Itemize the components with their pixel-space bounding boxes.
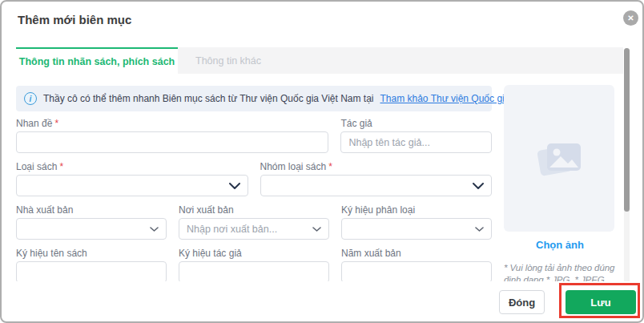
required-asterisk: * — [59, 161, 63, 172]
book-type-select[interactable] — [16, 175, 248, 196]
field-label: Tác giả — [340, 118, 492, 129]
publish-year-input[interactable] — [341, 261, 492, 283]
chevron-down-icon — [150, 227, 159, 232]
field-ky-hieu-phan-loai: Ký hiệu phân loại — [341, 204, 492, 240]
book-title-code-input[interactable] — [16, 261, 167, 283]
classification-code-select[interactable] — [341, 218, 492, 240]
required-asterisk: * — [54, 118, 58, 129]
info-icon: i — [24, 92, 37, 105]
field-nam-xuat-ban: Năm xuất bản — [341, 248, 492, 283]
field-label: Nhóm loại sách* — [260, 161, 493, 172]
title-input[interactable] — [16, 131, 328, 153]
field-ky-hieu-tac-gia: Ký hiệu tác giả — [179, 248, 329, 283]
publish-place-select[interactable]: Nhập nơi xuất bản... — [179, 218, 329, 240]
field-label: Nhà xuất bản — [16, 204, 167, 216]
label-text: Năm xuất bản — [341, 248, 401, 259]
label-text: Nhóm loại sách — [260, 161, 327, 172]
tab-other-info[interactable]: Thông tin khác — [178, 47, 623, 74]
field-label: Ký hiệu phân loại — [341, 204, 492, 216]
author-code-input[interactable] — [179, 261, 329, 283]
select-placeholder: Nhập nơi xuất bản... — [187, 224, 312, 235]
label-text: Ký hiệu tác giả — [179, 248, 242, 259]
image-placeholder-icon — [534, 137, 584, 180]
add-catalog-modal: Thêm mới biên mục ✕ Thông tin nhãn sách,… — [0, 0, 644, 323]
national-library-link[interactable]: Tham khảo Thư viện Quốc gia — [380, 93, 510, 104]
field-loai-sach: Loại sách* — [16, 161, 248, 196]
field-label: Nơi xuất bản — [179, 204, 329, 216]
field-noi-xuat-ban: Nơi xuất bản Nhập nơi xuất bản... — [179, 204, 329, 240]
chevron-down-icon — [473, 183, 484, 189]
info-banner: i Thầy cô có thể thêm nhanh Biên mục sác… — [16, 86, 492, 111]
form-row: Loại sách* Nhóm loại sách* — [16, 161, 492, 196]
cover-image-panel: Chọn ảnh * Vui lòng tải ảnh theo đúng đị… — [504, 85, 616, 286]
field-tac-gia: Tác giả — [340, 118, 492, 153]
book-type-group-select[interactable] — [260, 175, 493, 196]
field-label: Nhan đề* — [16, 118, 328, 129]
catalog-form: Nhan đề* Tác giả Loại sách* Nhó — [16, 118, 492, 291]
label-text: Loại sách — [16, 161, 57, 172]
label-text: Nhà xuất bản — [16, 204, 73, 216]
note-line-1: * Vui lòng tải ảnh theo đúng — [504, 262, 616, 274]
label-text: Nhan đề — [16, 118, 52, 129]
label-text: Ký hiệu phân loại — [341, 204, 415, 216]
field-ky-hieu-ten-sach: Ký hiệu tên sách — [16, 248, 167, 283]
field-nhom-loai-sach: Nhóm loại sách* — [260, 161, 493, 196]
publisher-select[interactable] — [16, 218, 167, 240]
modal-footer — [3, 281, 641, 320]
tab-label-info[interactable]: Thông tin nhãn sách, phích sách — [16, 47, 178, 74]
chevron-down-icon — [475, 227, 484, 232]
label-text: Tác giả — [340, 118, 372, 129]
screenshot-stage: Thêm mới biên mục ✕ Thông tin nhãn sách,… — [0, 0, 644, 323]
choose-photo-button[interactable]: Chọn ảnh — [504, 239, 616, 251]
field-label: Loại sách* — [16, 161, 248, 172]
close-modal-button[interactable]: Đóng — [499, 290, 545, 314]
form-row: Ký hiệu tên sách Ký hiệu tác giả Năm xuấ… — [16, 248, 492, 283]
author-input[interactable] — [340, 131, 492, 153]
close-icon[interactable]: ✕ — [623, 10, 638, 26]
field-label: Ký hiệu tác giả — [179, 248, 329, 259]
label-text: Nơi xuất bản — [179, 204, 234, 216]
label-text: Ký hiệu tên sách — [16, 248, 87, 259]
scrollbar-thumb[interactable] — [624, 48, 630, 212]
required-asterisk: * — [328, 161, 332, 172]
form-row: Nhà xuất bản Nơi xuất bản Nhập nơi xuất … — [16, 204, 492, 240]
chevron-down-icon — [229, 183, 240, 189]
save-button[interactable]: Lưu — [566, 290, 636, 314]
scrollbar-track[interactable] — [624, 48, 630, 287]
field-nhan-de: Nhan đề* — [16, 118, 328, 153]
cover-image-placeholder[interactable] — [504, 85, 614, 232]
modal-title: Thêm mới biên mục — [18, 13, 131, 26]
form-row: Nhan đề* Tác giả — [16, 118, 492, 153]
banner-text: Thầy cô có thể thêm nhanh Biên mục sách … — [43, 93, 374, 104]
tab-bar: Thông tin nhãn sách, phích sách Thông ti… — [16, 47, 623, 74]
chevron-down-icon — [312, 227, 321, 232]
field-nha-xuat-ban: Nhà xuất bản — [16, 204, 167, 240]
field-label: Ký hiệu tên sách — [16, 248, 167, 259]
field-label: Năm xuất bản — [341, 248, 492, 259]
